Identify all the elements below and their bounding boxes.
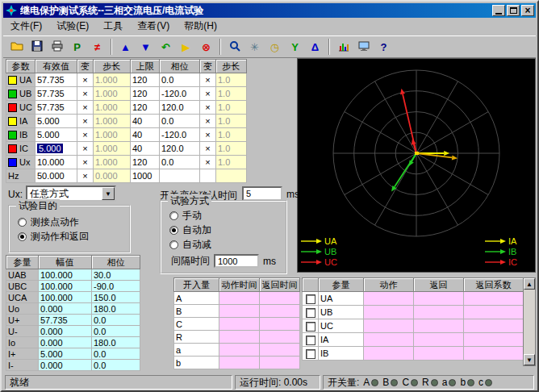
phase-cell[interactable]: 0.0 [160, 156, 200, 169]
phasor-button[interactable]: ✳ [244, 37, 265, 56]
step-up-button[interactable]: ▲ [115, 37, 136, 56]
vary-toggle[interactable]: × [77, 142, 94, 156]
phase-cell[interactable]: 120.0 [160, 101, 200, 115]
phase-cell[interactable]: 0.0 [160, 115, 200, 128]
confirm-time-input[interactable]: 5 [242, 186, 282, 201]
vary-toggle[interactable]: × [77, 73, 94, 87]
reset-button[interactable]: ↶ [156, 37, 176, 56]
title-bar[interactable]: 继电保护测试系统--三相交流电压/电流试验 × [3, 3, 536, 18]
toolbar-separator [111, 39, 112, 55]
chevron-down-icon[interactable]: ▼ [102, 187, 115, 200]
checkbox[interactable] [306, 308, 315, 318]
param-value-cell[interactable]: 57.735 [36, 87, 77, 101]
action-value-cell [364, 306, 414, 319]
checkbox[interactable] [306, 294, 315, 304]
param-value-cell[interactable]: 57.735 [36, 101, 77, 115]
open-button[interactable] [6, 37, 27, 56]
vary-toggle[interactable]: × [200, 73, 216, 87]
measure-phase-cell: 150.0 [92, 292, 140, 303]
vary-toggle[interactable]: × [77, 87, 94, 101]
limit-cell[interactable]: 40 [131, 128, 160, 142]
vary-toggle[interactable] [200, 169, 216, 183]
result-table-scrollbar[interactable]: ▲ ▼ [523, 277, 536, 366]
param-name-label: Hz [8, 171, 19, 181]
limit-cell[interactable]: 120 [131, 156, 160, 169]
phase-cell[interactable]: 120.0 [160, 142, 200, 156]
measure-name-cell: I+ [6, 348, 39, 360]
print-button[interactable] [47, 37, 67, 56]
step-down-button[interactable]: ▼ [136, 37, 156, 56]
run-button[interactable]: ▶ [176, 37, 196, 56]
purpose-option-0[interactable]: 测接点动作 [18, 215, 129, 229]
phase-cell[interactable]: 0.0 [160, 73, 200, 87]
wye-button[interactable]: Y [285, 37, 305, 56]
step-cell: 0.000 [94, 169, 131, 183]
vary-toggle[interactable]: × [77, 101, 94, 115]
harmonic-button[interactable] [333, 37, 353, 56]
limit-cell[interactable]: 120 [131, 101, 160, 115]
radio-icon[interactable] [169, 240, 178, 249]
panel-button[interactable] [353, 37, 374, 56]
zoom-button[interactable] [224, 37, 244, 56]
measure-phase-cell: 0.0 [92, 326, 140, 337]
param-value-cell[interactable]: 57.735 [36, 73, 77, 87]
minimize-button[interactable] [492, 5, 505, 16]
clock-button[interactable]: ◷ [265, 37, 285, 56]
phase-cell[interactable] [160, 169, 200, 183]
maximize-button[interactable] [507, 5, 520, 16]
vary-toggle[interactable]: × [77, 156, 94, 169]
vary-toggle[interactable]: × [77, 169, 94, 183]
vary-toggle[interactable]: × [200, 142, 216, 156]
mode-option-0[interactable]: 手动 [169, 208, 286, 223]
radio-selected-icon[interactable] [18, 232, 27, 241]
param-name-cell: UA [6, 73, 36, 87]
phase-cell[interactable]: -120.0 [160, 128, 200, 142]
param-value-cell[interactable]: 5.000 [36, 115, 77, 128]
checkbox[interactable] [306, 322, 315, 332]
param-value-cell[interactable]: 10.000 [36, 156, 77, 169]
menu-item-view[interactable]: 查看(V) [130, 18, 177, 34]
save-button[interactable] [27, 37, 47, 56]
phase-cell[interactable]: -120.0 [160, 87, 200, 101]
radio-icon[interactable] [18, 218, 27, 227]
mode-option-2[interactable]: 自动减 [169, 237, 286, 252]
limit-cell[interactable]: 40 [131, 115, 160, 128]
menu-item-help[interactable]: 帮助(H) [177, 18, 224, 34]
radio-selected-icon[interactable] [169, 226, 178, 235]
vary-toggle[interactable]: × [200, 115, 216, 128]
p-wave-button[interactable]: P [67, 37, 87, 56]
menu-item-test[interactable]: 试验(E) [49, 18, 96, 34]
vary-toggle[interactable]: × [77, 128, 94, 142]
delta-button[interactable]: Δ [305, 37, 325, 56]
interval-input[interactable]: 1000 [214, 254, 259, 268]
vary-toggle[interactable]: × [200, 87, 216, 101]
scroll-down-button[interactable]: ▼ [524, 354, 535, 365]
limit-cell[interactable]: 40 [131, 142, 160, 156]
limit-cell[interactable]: 120 [131, 73, 160, 87]
checkbox[interactable] [306, 349, 315, 359]
checkbox-cell [303, 319, 319, 333]
input-name-cell: R [174, 331, 219, 344]
param-value-cell[interactable]: 50.000 [36, 169, 77, 183]
mode-option-1[interactable]: 自动加 [169, 223, 286, 237]
purpose-option-1[interactable]: 测动作和返回 [18, 229, 129, 244]
vary-toggle[interactable]: × [200, 128, 216, 142]
vary-toggle[interactable]: × [200, 156, 216, 169]
svg-text:IB: IB [508, 247, 516, 256]
limit-cell[interactable]: 1000 [131, 169, 160, 183]
close-button[interactable]: × [521, 5, 534, 16]
result-row-IA: IA [303, 333, 524, 347]
vary-toggle[interactable]: × [200, 101, 216, 115]
menu-item-file[interactable]: 文件(F) [3, 18, 49, 34]
param-value-edit-cell[interactable]: 5.000 [36, 142, 77, 156]
help-button[interactable]: ? [374, 37, 394, 56]
checkbox[interactable] [306, 336, 315, 345]
limit-cell[interactable]: 120 [131, 87, 160, 101]
menu-item-tools[interactable]: 工具 [96, 18, 130, 34]
radio-icon[interactable] [169, 211, 178, 220]
param-value-cell[interactable]: 5.000 [36, 128, 77, 142]
stop-button[interactable]: ⊗ [196, 37, 216, 56]
scroll-up-button[interactable]: ▲ [524, 278, 535, 290]
vary-toggle[interactable]: × [77, 115, 94, 128]
hold-output-button[interactable]: ≠ [87, 37, 107, 56]
